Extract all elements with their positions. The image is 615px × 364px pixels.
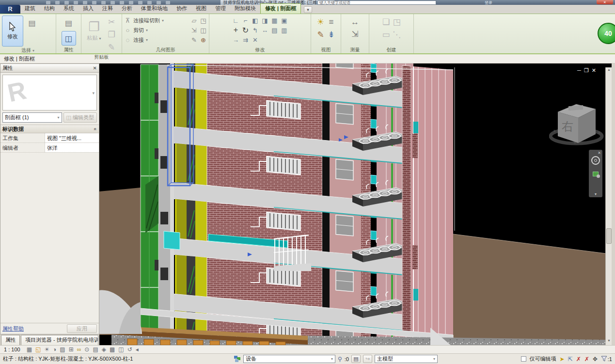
create-parts-icon[interactable]: ▭ xyxy=(382,31,390,39)
split-element-icon[interactable]: ▦ xyxy=(271,17,277,24)
temporary-view-properties-icon[interactable]: ◈ xyxy=(102,347,106,352)
select-extra-icon[interactable]: ▤ xyxy=(25,16,39,30)
detail-level-icon[interactable]: ▦ xyxy=(27,347,32,352)
trim-extend-icon[interactable]: ↰ xyxy=(252,27,258,34)
design-option-dropdown[interactable]: 主模型 ▾ xyxy=(375,355,438,363)
tab-project-browser[interactable]: 项目浏览器 - 技师学院机电培训... xyxy=(21,335,98,345)
rotate-icon[interactable]: ↻ xyxy=(242,26,249,35)
selected-column[interactable] xyxy=(168,64,193,186)
offset-icon[interactable]: ⌐ xyxy=(244,17,248,24)
lighting-icon[interactable]: ☀ xyxy=(317,18,324,26)
tab-properties-palette[interactable]: 属性 xyxy=(1,335,20,345)
3d-model-canvas[interactable] xyxy=(99,63,612,345)
paste-button[interactable]: ❐ 粘贴 ▾ xyxy=(83,16,105,47)
tab-view[interactable]: 视图 xyxy=(191,4,211,14)
measure-ruler-icon[interactable]: ↔ xyxy=(351,18,359,26)
create-similar-icon[interactable]: ⋱ xyxy=(393,31,401,39)
properties-close-icon[interactable]: ✕ xyxy=(93,65,97,71)
drawing-area[interactable]: ─❐✕ ✳✳✳ 右 ✕ xyxy=(99,63,612,345)
tab-systems[interactable]: 系统 xyxy=(59,4,79,14)
geo-extra-icon-3[interactable]: ⇲ xyxy=(190,27,198,34)
geo-extra-icon-2[interactable]: ◳ xyxy=(200,17,207,24)
editing-requests-icon[interactable]: ⚲ xyxy=(338,356,342,363)
move-icon[interactable]: + xyxy=(234,26,238,34)
press-drag-icon[interactable]: ✗ xyxy=(584,356,589,363)
displacement-icon[interactable]: ↺ xyxy=(127,347,132,352)
cut-geometry-button[interactable]: ○ 剪切▾ ⇲ ◫ xyxy=(124,25,207,35)
scale-icon[interactable]: ▥ xyxy=(281,27,287,34)
render-icon[interactable]: ≡ xyxy=(329,18,334,26)
demolish-hammer-icon[interactable]: ⊕ xyxy=(200,36,207,44)
trim-single-icon[interactable]: → xyxy=(233,36,239,44)
identity-data-header[interactable]: 标识数据 « xyxy=(0,125,99,133)
trim-multiple-icon[interactable]: ⇉ xyxy=(243,36,248,44)
copy-to-clipboard-icon[interactable]: ❐ xyxy=(108,31,115,39)
navbar-dropdown-icon[interactable]: ▾ xyxy=(595,192,597,196)
create-group-icon[interactable]: ❏ xyxy=(382,18,390,26)
editable-only-checkbox[interactable] xyxy=(521,356,526,362)
scroll-down-icon[interactable]: ▼ xyxy=(606,339,612,345)
paint-icon[interactable]: ✎ xyxy=(317,31,324,39)
collapse-section-icon[interactable]: « xyxy=(93,127,98,130)
worksharing-display-icon[interactable]: ▤ xyxy=(93,347,98,352)
property-row-workset[interactable]: 工作集 视图 "三维视... xyxy=(0,133,99,143)
navigation-bar[interactable]: ✕ ▾ xyxy=(589,150,602,197)
properties-type-icon[interactable]: ▤ xyxy=(62,16,76,30)
make-workset-editable-icon[interactable]: ➤ xyxy=(560,356,565,363)
type-selector-dropdown[interactable]: 剖面框 (1) ▾ xyxy=(2,112,62,123)
selection-filter-button[interactable]: :1 xyxy=(601,356,612,362)
analytical-model-icon[interactable]: ▩ xyxy=(110,347,115,352)
tab-collaborate[interactable]: 协作 xyxy=(172,4,191,14)
reveal-hidden-elements-icon[interactable]: ⊙ xyxy=(84,347,89,352)
properties-palette-toggle[interactable]: ◫ xyxy=(62,31,76,46)
steering-wheel-icon[interactable] xyxy=(591,156,600,165)
viewbar-back-icon[interactable]: ◂ xyxy=(136,347,139,352)
crop-view-icon[interactable]: ⊞ xyxy=(69,347,74,352)
match-properties-icon[interactable]: ✎ xyxy=(108,43,115,51)
tab-structure[interactable]: 结构 xyxy=(40,4,59,14)
zoom-tool-icon[interactable] xyxy=(593,172,599,176)
window-close-button[interactable]: ✕ xyxy=(597,0,613,4)
worksets-icon[interactable] xyxy=(234,356,241,362)
join-geometry-button[interactable]: ◌ 连接▾ ✎ ⊕ xyxy=(124,35,207,45)
type-preview[interactable]: R ▾ xyxy=(2,75,97,111)
apply-button[interactable]: 应用 xyxy=(67,324,97,333)
drag-elements-icon[interactable]: ✥ xyxy=(593,356,598,363)
view-range-icon[interactable]: ⇟ xyxy=(328,31,334,39)
geo-extra-icon-1[interactable]: ▱ xyxy=(190,17,198,24)
copy-icon[interactable]: ↔ xyxy=(262,27,268,34)
property-row-edited-by[interactable]: 编辑者 张洋 xyxy=(0,143,99,153)
search-input[interactable] xyxy=(317,0,436,5)
tab-insert[interactable]: 插入 xyxy=(79,4,98,14)
exclude-options-icon[interactable]: ✗ xyxy=(576,356,581,363)
tab-addins[interactable]: 附加模块 xyxy=(230,4,260,14)
temporary-hide-isolate-icon[interactable]: ∞ xyxy=(77,347,81,352)
tab-massing-site[interactable]: 体量和场地 xyxy=(137,4,172,14)
cut-to-clipboard-icon[interactable]: ✂ xyxy=(108,18,115,26)
tab-manage[interactable]: 管理 xyxy=(211,4,230,14)
measure-between-icon[interactable]: ⇲ xyxy=(351,30,358,38)
join-end-cut-button[interactable]: ⊼ 连接端切割▾ ▱ ◳ xyxy=(124,16,207,25)
visual-style-icon[interactable]: ◱ xyxy=(35,347,41,352)
select-links-icon[interactable]: ⇱ xyxy=(568,356,573,363)
application-menu-button[interactable]: R xyxy=(0,5,20,14)
geo-extra-icon-4[interactable]: ◫ xyxy=(200,27,207,34)
tab-architecture[interactable]: 建筑 xyxy=(20,4,40,14)
mirror-pick-axis-icon[interactable]: ◧ xyxy=(252,17,258,24)
constraints-display-icon[interactable]: ◫ xyxy=(118,347,124,352)
active-workset-dropdown[interactable]: 设备 ▾ xyxy=(243,355,335,363)
navbar-close-icon[interactable]: ✕ xyxy=(598,151,601,155)
sun-path-icon[interactable]: ☀ xyxy=(44,347,49,352)
add-to-set-icon[interactable]: ↪ xyxy=(363,355,372,363)
view-scale-button[interactable]: 1 : 100 xyxy=(4,347,20,352)
create-assembly-icon[interactable]: ◳ xyxy=(393,18,400,26)
modify-tool-button[interactable]: 修改 xyxy=(2,16,23,47)
design-options-icon[interactable]: ▤ xyxy=(351,355,361,363)
delete-icon[interactable]: ✕ xyxy=(252,36,258,44)
properties-help-link[interactable]: 属性帮助 xyxy=(2,325,24,332)
split-with-gap-icon[interactable]: ▣ xyxy=(281,17,287,24)
view-window-controls[interactable]: ─❐✕ xyxy=(577,67,599,74)
align-icon[interactable]: ∟ xyxy=(233,17,239,24)
tab-modify-section-box[interactable]: 修改 | 剖面框 xyxy=(260,3,301,14)
array-icon[interactable]: ▤ xyxy=(271,27,277,34)
